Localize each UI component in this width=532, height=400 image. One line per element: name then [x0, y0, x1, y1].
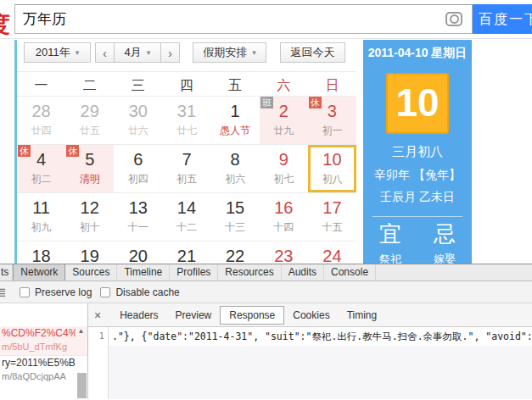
- day-lunar: 初八: [308, 172, 356, 186]
- day-cell-17[interactable]: 17 十五: [308, 193, 356, 241]
- network-toolbar: ≣ Preserve log Disable cache: [0, 281, 532, 303]
- subtab-headers[interactable]: Headers: [111, 306, 166, 325]
- day-number: 28: [17, 102, 65, 121]
- line-number-gutter: 1: [88, 327, 109, 399]
- request-row[interactable]: ry=2011%E5%B9 m/8aQDcjqpAA: [0, 356, 87, 385]
- day-cell-12[interactable]: 12 初十: [65, 193, 114, 241]
- list-view-icon[interactable]: ≣: [0, 286, 11, 298]
- day-lunar: 十三: [211, 220, 260, 235]
- day-lunar: 廿九: [260, 124, 308, 138]
- day-festival: 愚人节: [211, 124, 260, 138]
- workday-badge: 班: [260, 97, 273, 108]
- rest-badge: 休: [18, 145, 31, 157]
- holiday-plan-label: 假期安排: [203, 45, 247, 60]
- suit-item: 祭祀: [363, 252, 417, 264]
- disable-cache-checkbox[interactable]: [100, 287, 110, 297]
- subtab-preview[interactable]: Preview: [167, 306, 221, 325]
- day-cell-31[interactable]: 31 廿七: [162, 97, 210, 144]
- day-cell-16[interactable]: 16 十四: [260, 193, 308, 241]
- prev-month-button[interactable]: ‹: [95, 42, 115, 63]
- day-number: 7: [162, 150, 210, 169]
- day-cell-3[interactable]: 休 3 初一: [308, 97, 356, 144]
- day-cell-15[interactable]: 15 十三: [211, 193, 260, 241]
- tab-console[interactable]: Console: [324, 264, 376, 281]
- request-list: %CD%F2%C4%E m/5bU_dTmfKg ry=2011%E5%B9 m…: [0, 303, 87, 385]
- tab-audits[interactable]: Audits: [282, 264, 324, 281]
- request-list-sidebar: %CD%F2%C4%E m/5bU_dTmfKg ry=2011%E5%B9 m…: [0, 303, 88, 399]
- month-day-ganzhi: 壬辰月 乙未日: [363, 190, 472, 205]
- day-number: 8: [211, 150, 260, 169]
- preserve-log-option[interactable]: Preserve log: [20, 286, 92, 298]
- disable-cache-option[interactable]: Disable cache: [100, 286, 179, 298]
- search-input[interactable]: [15, 5, 440, 33]
- rest-badge: 休: [309, 97, 322, 108]
- day-number: 30: [114, 102, 162, 121]
- day-cell-2[interactable]: 班 2 廿九: [260, 97, 308, 144]
- day-number: 14: [162, 198, 210, 218]
- baidu-logo-partial[interactable]: 度: [0, 9, 13, 40]
- suit-label: 宜: [363, 221, 417, 247]
- day-cell-13[interactable]: 13 十一: [114, 193, 162, 241]
- disable-cache-label: Disable cache: [115, 286, 179, 298]
- weekday-sat: 六: [260, 77, 308, 96]
- tab-elements-partial[interactable]: ts: [0, 264, 13, 281]
- day-cell-10-selected[interactable]: 10 初八: [308, 145, 356, 192]
- tab-network[interactable]: Network: [13, 264, 65, 281]
- day-cell-4[interactable]: 休 4 初二: [17, 145, 65, 192]
- subtab-timing[interactable]: Timing: [339, 306, 386, 325]
- close-icon[interactable]: ×: [94, 309, 101, 321]
- back-to-today-button[interactable]: 返回今天: [280, 42, 345, 63]
- suit-avoid-section: 宜 祭祀 作灶 忌 嫁娶 安葬: [363, 221, 472, 264]
- year-select[interactable]: 2011年 ▾: [24, 42, 91, 63]
- camera-search-icon[interactable]: [445, 12, 462, 26]
- day-cell-28[interactable]: 28 廿四: [17, 97, 65, 144]
- request-row-selected[interactable]: %CD%F2%C4%E m/5bU_dTmfKg: [0, 326, 87, 356]
- today-info-panel: 2011-04-10 星期日 10 三月初八 辛卯年 【兔年】 壬辰月 乙未日 …: [363, 40, 472, 264]
- weekday-tue: 二: [65, 77, 114, 96]
- subtab-response[interactable]: Response: [220, 306, 284, 325]
- tab-profiles[interactable]: Profiles: [170, 264, 218, 281]
- day-cell-11[interactable]: 11 初九: [17, 193, 65, 241]
- scrollbar-up-arrow-icon[interactable]: ▲: [76, 326, 86, 336]
- day-cell-1[interactable]: 1 愚人节: [211, 97, 260, 144]
- day-number: 10: [308, 150, 356, 169]
- year-select-label: 2011年: [36, 45, 70, 60]
- day-cell-6[interactable]: 6 初四: [114, 145, 162, 192]
- request-path: m/5bU_dTmfKg: [2, 342, 76, 352]
- tab-sources[interactable]: Sources: [65, 264, 117, 281]
- calendar-row: 休 4 初二 休 5 清明 6 初四 7 初五 8 初六 9: [17, 144, 356, 192]
- preserve-log-checkbox[interactable]: [20, 287, 30, 297]
- tab-timeline[interactable]: Timeline: [117, 264, 170, 281]
- subtab-cookies[interactable]: Cookies: [284, 306, 338, 325]
- today-day-number: 10: [386, 73, 449, 134]
- day-lunar: 初九: [17, 220, 65, 235]
- request-name: ry=2011%E5%B9: [2, 357, 76, 369]
- day-cell-8[interactable]: 8 初六: [211, 145, 260, 192]
- day-lunar: 廿五: [65, 124, 114, 138]
- day-cell-29[interactable]: 29 廿五: [65, 97, 114, 144]
- month-select[interactable]: 4月 ▾: [114, 42, 161, 63]
- weekday-fri: 五: [211, 77, 260, 96]
- day-cell-5[interactable]: 休 5 清明: [65, 145, 114, 192]
- weekday-thu: 四: [162, 77, 210, 96]
- scrollbar-thumb[interactable]: [77, 373, 87, 398]
- search-button[interactable]: 百度一下: [473, 4, 532, 34]
- calendar-row: 11 初九 12 初十 13 十一 14 十二 15 十三 16 十四: [17, 192, 356, 241]
- day-cell-14[interactable]: 14 十二: [162, 193, 210, 241]
- response-viewer: 1 ."}, {"date":"2011-4-31", "suit":"祭祀.出…: [88, 327, 532, 399]
- weekday-header: 一 二 三 四 五 六 日: [17, 71, 356, 96]
- day-cell-7[interactable]: 7 初五: [162, 145, 210, 192]
- response-line: ."}, {"date":"2011-4-31", "suit":"祭祀.出行.…: [109, 327, 532, 346]
- day-cell-9[interactable]: 9 初七: [260, 145, 308, 192]
- day-number: 29: [65, 102, 114, 121]
- day-number: 15: [211, 198, 260, 218]
- day-cell-30[interactable]: 30 廿六: [114, 97, 162, 144]
- tab-resources[interactable]: Resources: [218, 264, 281, 281]
- response-code-area: ."}, {"date":"2011-4-31", "suit":"祭祀.出行.…: [109, 327, 532, 399]
- panel-divider: [372, 216, 462, 217]
- weekday-mon: 一: [17, 77, 65, 96]
- day-number: 12: [65, 198, 114, 218]
- holiday-plan-select[interactable]: 假期安排 ▾: [193, 42, 266, 63]
- next-month-button[interactable]: ›: [160, 42, 180, 63]
- day-lunar: 初七: [260, 172, 308, 186]
